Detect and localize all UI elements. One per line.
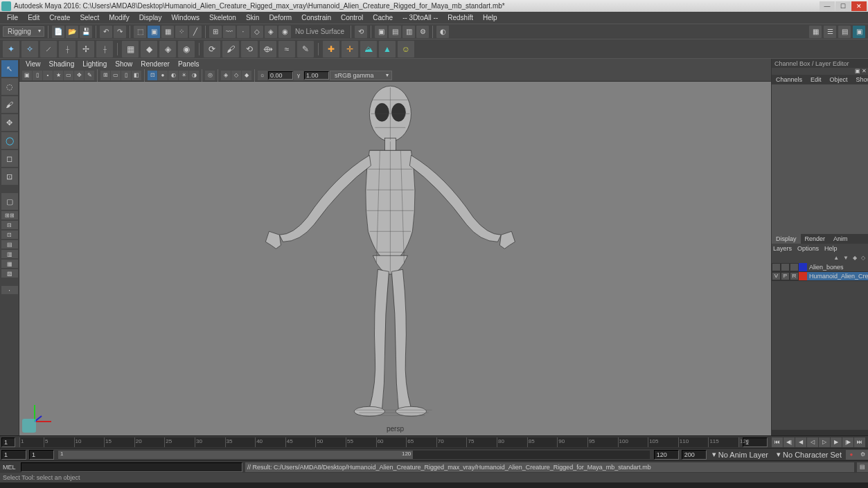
go-end-button[interactable]: ⏭ xyxy=(854,437,865,447)
shelf-copy-weights-icon[interactable]: ⟴ xyxy=(260,41,276,57)
select-vertex-icon[interactable]: ⁘ xyxy=(175,26,188,38)
menu-create[interactable]: Create xyxy=(45,13,74,22)
layer-playback-toggle[interactable] xyxy=(781,263,790,271)
persp-outliner-icon[interactable]: ▥ xyxy=(1,250,18,258)
render-settings-icon[interactable]: ⚙ xyxy=(416,26,429,38)
range-end-field[interactable] xyxy=(682,450,707,460)
layer-ref-toggle[interactable]: R xyxy=(790,272,799,280)
panel-menu-lighting[interactable]: Lighting xyxy=(79,60,110,68)
undo-icon[interactable]: ↶ xyxy=(100,26,112,38)
grid-icon[interactable]: ⊞ xyxy=(100,71,110,80)
play-forward-button[interactable]: ▷ xyxy=(819,437,830,447)
tab-edit[interactable]: Edit xyxy=(806,75,826,84)
image-plane-icon[interactable]: ▭ xyxy=(64,71,73,80)
panel-menu-panels[interactable]: Panels xyxy=(175,60,203,68)
gamma-field[interactable] xyxy=(304,71,329,80)
shelf-orient-icon[interactable]: ✢ xyxy=(78,41,94,57)
xray-components-icon[interactable]: ◆ xyxy=(242,71,251,80)
graph-layout-icon[interactable]: ▧ xyxy=(1,269,18,278)
new-layer-assign-icon[interactable]: ◇ xyxy=(861,255,865,261)
move-layer-down-icon[interactable]: ▼ xyxy=(843,255,849,261)
layer-menu-layers[interactable]: Layers xyxy=(773,245,792,252)
menu-cache[interactable]: Cache xyxy=(369,13,397,22)
layer-scrollbar[interactable] xyxy=(772,430,868,435)
shelf-parent-constraint-icon[interactable]: ✛ xyxy=(342,41,358,57)
step-forward-button[interactable]: ▶ xyxy=(831,437,842,447)
rotate-tool[interactable]: ◯ xyxy=(1,132,18,149)
shelf-skin-icon[interactable]: ⟳ xyxy=(204,41,220,57)
shelf-bone-icon[interactable]: ⟋ xyxy=(40,41,57,57)
menu-deform[interactable]: Deform xyxy=(265,13,296,22)
close-panel-icon[interactable]: ▣ xyxy=(855,68,860,75)
menu-skeleton[interactable]: Skeleton xyxy=(205,13,240,22)
make-live-icon[interactable]: ◉ xyxy=(278,26,291,38)
textured-icon[interactable]: ◐ xyxy=(168,71,178,80)
time-current-field[interactable] xyxy=(1,437,15,447)
shelf-lattice-icon[interactable]: ▦ xyxy=(122,41,139,57)
playback-end-field[interactable] xyxy=(654,450,679,460)
snap-grid-icon[interactable]: ⊞ xyxy=(209,26,222,38)
script-editor-icon[interactable]: ▤ xyxy=(857,462,868,472)
layer-name[interactable]: Humanoid_Alien_Crea xyxy=(807,273,868,280)
menu-3dtoall[interactable]: -- 3DtoAll -- xyxy=(398,13,442,22)
construction-history-icon[interactable]: ⟲ xyxy=(355,26,367,38)
workspace-dropdown[interactable]: Rigging xyxy=(3,26,44,37)
move-layer-up-icon[interactable]: ▲ xyxy=(833,255,839,261)
step-back-key-button[interactable]: ◀| xyxy=(783,437,795,447)
panel-menu-renderer[interactable]: Renderer xyxy=(137,60,173,68)
panel-menu-show[interactable]: Show xyxy=(112,60,136,68)
hypershade-layout-icon[interactable]: ▦ xyxy=(1,260,18,268)
two-pane-h-icon[interactable]: ⊟ xyxy=(1,221,18,229)
minimize-button[interactable]: — xyxy=(820,1,835,11)
step-forward-key-button[interactable]: |▶ xyxy=(842,437,853,447)
select-edge-icon[interactable]: ╱ xyxy=(189,26,202,38)
select-object-icon[interactable]: ▣ xyxy=(148,26,160,38)
shelf-mirror-icon[interactable]: ⟊ xyxy=(59,41,76,57)
menu-modify[interactable]: Modify xyxy=(105,13,133,22)
shelf-stick-icon[interactable]: ⟊ xyxy=(96,41,113,57)
playback-start-field[interactable] xyxy=(29,450,54,460)
viewport[interactable]: persp xyxy=(19,82,771,435)
camera-attr-icon[interactable]: • xyxy=(43,71,53,80)
shelf-ikhandle-icon[interactable]: ✧ xyxy=(21,41,38,57)
range-track[interactable]: 1 120 xyxy=(58,451,650,459)
use-lights-icon[interactable]: ☀ xyxy=(179,71,188,80)
menu-help[interactable]: Help xyxy=(479,13,502,22)
wireframe-icon[interactable]: ⊡ xyxy=(148,71,157,80)
layer-vis-toggle[interactable] xyxy=(772,263,781,271)
tab-channels[interactable]: Channels xyxy=(772,75,806,84)
shelf-joint-icon[interactable]: ✦ xyxy=(3,41,19,57)
2d-pan-icon[interactable]: ✥ xyxy=(74,71,84,80)
isolate-icon[interactable]: ◎ xyxy=(205,71,215,80)
lock-camera-icon[interactable]: ▯ xyxy=(33,71,42,80)
layer-name[interactable]: Alien_bones xyxy=(807,264,868,271)
lasso-tool[interactable]: ◌ xyxy=(1,78,18,95)
shelf-hammer-icon[interactable]: ✎ xyxy=(297,41,314,57)
layer-menu-options[interactable]: Options xyxy=(797,245,819,252)
anim-prefs-icon[interactable]: ⚙ xyxy=(857,450,868,460)
colorspace-dropdown[interactable]: sRGB gamma xyxy=(330,71,392,80)
ipr-render-icon[interactable]: ▤ xyxy=(389,26,401,38)
menu-edit[interactable]: Edit xyxy=(24,13,44,22)
snap-live-icon[interactable]: ◈ xyxy=(265,26,277,38)
menu-skin[interactable]: Skin xyxy=(242,13,263,22)
dock-panel-icon[interactable]: ✕ xyxy=(862,68,867,75)
panel-menu-shading[interactable]: Shading xyxy=(46,60,78,68)
grease-pencil-icon[interactable]: ✎ xyxy=(85,71,94,80)
tab-render-layer[interactable]: Render xyxy=(801,234,830,244)
range-handle[interactable]: 1 120 xyxy=(58,451,413,459)
menu-select[interactable]: Select xyxy=(76,13,103,22)
shaded-icon[interactable]: ● xyxy=(158,71,168,80)
shelf-mirror-weights-icon[interactable]: ⟲ xyxy=(241,41,258,57)
xray-joints-icon[interactable]: ◇ xyxy=(231,71,241,80)
menu-display[interactable]: Display xyxy=(135,13,166,22)
layer-vis-toggle[interactable]: V xyxy=(772,272,781,280)
resolution-gate-icon[interactable]: ▯ xyxy=(121,71,131,80)
snap-curve-icon[interactable]: 〰 xyxy=(223,26,236,38)
layer-playback-toggle[interactable]: P xyxy=(781,272,790,280)
layer-ref-toggle[interactable] xyxy=(790,263,799,271)
save-scene-icon[interactable]: 💾 xyxy=(80,26,92,38)
layer-menu-help[interactable]: Help xyxy=(824,245,838,252)
cmd-lang-label[interactable]: MEL xyxy=(0,464,21,471)
move-tool[interactable]: ✥ xyxy=(1,114,18,131)
